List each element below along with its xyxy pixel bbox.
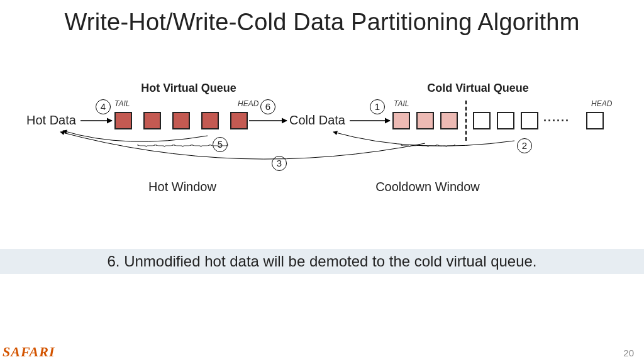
slide-title: Write-Hot/Write-Cold Data Partitioning A…: [0, 9, 644, 36]
diagram-arrows: [0, 82, 644, 220]
page-number: 20: [623, 348, 634, 358]
partitioning-diagram: Hot Virtual Queue Cold Virtual Queue Hot…: [0, 82, 644, 220]
brand-logo: SAFARI: [3, 344, 55, 360]
callout-text: 6. Unmodified hot data will be demoted t…: [0, 249, 644, 274]
